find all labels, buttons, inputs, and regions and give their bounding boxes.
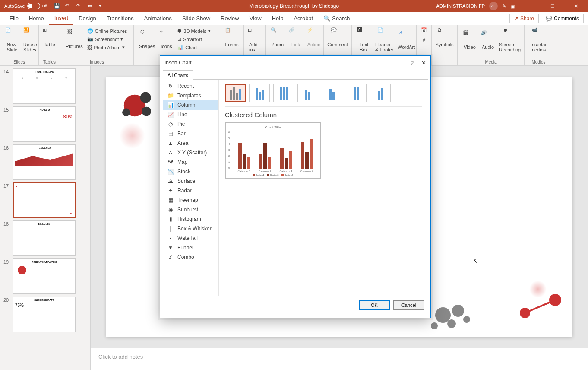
start-icon[interactable]: ▭ bbox=[88, 3, 94, 9]
cat-scatter[interactable]: ∴X Y (Scatter) bbox=[163, 148, 218, 157]
autosave-toggle[interactable]: AutoSave Off bbox=[4, 3, 47, 9]
menu-slideshow[interactable]: Slide Show bbox=[177, 12, 215, 25]
cat-line[interactable]: 📈Line bbox=[163, 110, 218, 119]
slide-thumbnail[interactable]: 19 RESULTS ANALYSIS bbox=[13, 258, 86, 294]
shapes-button[interactable]: ⬡Shapes bbox=[137, 26, 157, 51]
help-button[interactable]: ? bbox=[411, 60, 414, 66]
subtype-clustered[interactable] bbox=[225, 84, 246, 102]
subtype-3d-clustered[interactable] bbox=[297, 84, 318, 102]
slide-thumbnail[interactable]: 17 ●•• bbox=[13, 182, 86, 218]
cat-radar[interactable]: ✦Radar bbox=[163, 186, 218, 195]
share-button[interactable]: ↗ Share bbox=[509, 14, 539, 23]
redo-icon[interactable]: ↷ bbox=[76, 3, 82, 9]
date-time-button[interactable]: 📅 bbox=[420, 26, 428, 37]
zoom-button[interactable]: 🔍Zoom bbox=[269, 26, 286, 48]
menu-help[interactable]: Help bbox=[267, 12, 289, 25]
chart-preview-box[interactable]: Chart Title 6543210 Category 1Category 2… bbox=[225, 122, 321, 179]
menu-design[interactable]: Design bbox=[73, 12, 101, 25]
cat-pie[interactable]: ◔Pie bbox=[163, 119, 218, 129]
close-dialog-button[interactable]: ✕ bbox=[421, 60, 426, 66]
header-footer-button[interactable]: 📄Header & Footer bbox=[373, 26, 395, 53]
cat-surface[interactable]: ⛰Surface bbox=[163, 176, 218, 186]
smartart-button[interactable]: ⊡SmartArt bbox=[176, 35, 212, 43]
slide-thumbnail[interactable]: 18 RESULTS bbox=[13, 220, 86, 256]
minimize-button[interactable]: ─ bbox=[519, 0, 538, 12]
3d-models-button[interactable]: ⬢3D Models ▾ bbox=[176, 27, 212, 35]
slide-thumbnail[interactable]: 20 SUCCESS RATE75% bbox=[13, 297, 86, 332]
cat-combo[interactable]: ⫽Combo bbox=[163, 252, 218, 262]
comments-button[interactable]: 💬 Comments bbox=[541, 14, 584, 23]
menu-transitions[interactable]: Transitions bbox=[101, 12, 139, 25]
menu-review[interactable]: Review bbox=[215, 12, 244, 25]
menu-acrobat[interactable]: Acrobat bbox=[288, 12, 318, 25]
subtype-3d-100stacked[interactable] bbox=[346, 84, 367, 102]
glow-graphic bbox=[529, 281, 547, 298]
subtype-stacked[interactable] bbox=[249, 84, 270, 102]
cat-column[interactable]: 📊Column bbox=[163, 100, 218, 110]
chart-category-list: ↻Recent 📁Templates 📊Column 📈Line ◔Pie ▤B… bbox=[163, 80, 219, 296]
toggle-switch[interactable] bbox=[27, 3, 40, 9]
new-slide-button[interactable]: 📄New Slide bbox=[3, 26, 21, 53]
subtype-3d-stacked[interactable] bbox=[322, 84, 342, 102]
cat-stock[interactable]: 📉Stock bbox=[163, 167, 218, 176]
cat-recent[interactable]: ↻Recent bbox=[163, 81, 218, 91]
cat-boxwhisker[interactable]: ╫Box & Whisker bbox=[163, 224, 218, 233]
comment-button[interactable]: 💬Comment bbox=[327, 26, 348, 48]
cancel-button[interactable]: Cancel bbox=[393, 300, 424, 310]
svg-point-2 bbox=[142, 106, 151, 116]
wordart-button[interactable]: AWordArt bbox=[396, 26, 417, 53]
coming-soon-icon[interactable]: ✎ bbox=[502, 3, 506, 9]
slide-number: 15 bbox=[3, 107, 9, 112]
cat-waterfall[interactable]: ▪Waterfall bbox=[163, 233, 218, 243]
cat-map[interactable]: 🗺Map bbox=[163, 157, 218, 167]
menu-view[interactable]: View bbox=[244, 12, 267, 25]
cat-sunburst[interactable]: ◉Sunburst bbox=[163, 205, 218, 214]
slide-thumbnail[interactable]: 14 TRIAL TIMELINE○○○○ bbox=[13, 68, 86, 104]
screenshot-button[interactable]: 📷Screenshot ▾ bbox=[85, 35, 129, 43]
icons-button[interactable]: ✧Icons bbox=[158, 26, 175, 51]
cat-histogram[interactable]: ▮Histogram bbox=[163, 214, 218, 224]
subtype-3d-column[interactable] bbox=[370, 84, 391, 102]
menu-search[interactable]: 🔍 Search bbox=[318, 12, 355, 25]
pictures-button[interactable]: 🖼Pictures bbox=[64, 26, 85, 51]
undo-icon[interactable]: ↶ bbox=[65, 3, 71, 9]
maximize-button[interactable]: ☐ bbox=[543, 0, 562, 12]
slide-panel[interactable]: 14 TRIAL TIMELINE○○○○ 15 PHASE 280% 16 T… bbox=[0, 66, 91, 370]
video-button[interactable]: 🎬Video bbox=[461, 26, 478, 53]
cat-area[interactable]: ▲Area bbox=[163, 138, 218, 148]
close-button[interactable]: ✕ bbox=[566, 0, 586, 12]
textbox-button[interactable]: 🅰Text Box bbox=[355, 26, 373, 53]
notes-pane[interactable]: Click to add notes bbox=[91, 348, 588, 370]
addins-button[interactable]: ⊞Add-ins bbox=[247, 26, 262, 53]
screen-recording-button[interactable]: ⏺Screen Recording bbox=[497, 26, 522, 53]
menu-insert[interactable]: Insert bbox=[49, 12, 74, 25]
photo-album-button[interactable]: 🖼Photo Album ▾ bbox=[85, 44, 129, 51]
ribbon-display-icon[interactable]: ▣ bbox=[510, 3, 515, 9]
slide-number: 19 bbox=[3, 259, 9, 265]
menu-home[interactable]: Home bbox=[24, 12, 49, 25]
save-icon[interactable]: 💾 bbox=[54, 3, 60, 9]
ok-button[interactable]: OK bbox=[359, 300, 390, 310]
dropdown-icon[interactable]: ▾ bbox=[99, 3, 105, 9]
slide-thumbnail[interactable]: 16 TENDENCY bbox=[13, 144, 86, 180]
subtype-100stacked[interactable] bbox=[273, 84, 294, 102]
cat-treemap[interactable]: ▦Treemap bbox=[163, 195, 218, 205]
symbols-button[interactable]: ΩSymbols bbox=[435, 26, 454, 48]
menu-animations[interactable]: Animations bbox=[139, 12, 177, 25]
all-charts-tab[interactable]: All Charts bbox=[163, 70, 193, 80]
reuse-slides-button[interactable]: 🔁Reuse Slides bbox=[22, 26, 39, 53]
dialog-titlebar[interactable]: Insert Chart ? ✕ bbox=[160, 56, 430, 70]
insertar-medios-button[interactable]: 📹Insertar medios bbox=[528, 26, 549, 53]
online-pictures-button[interactable]: 🌐Online Pictures bbox=[85, 27, 129, 35]
audio-button[interactable]: 🔊Audio bbox=[479, 26, 496, 53]
cat-bar[interactable]: ▤Bar bbox=[163, 129, 218, 138]
table-button[interactable]: ⊞Table bbox=[42, 26, 57, 48]
chart-button[interactable]: 📊Chart bbox=[176, 44, 212, 51]
menu-file[interactable]: File bbox=[4, 12, 24, 25]
slide-thumbnail[interactable]: 15 PHASE 280% bbox=[13, 106, 86, 142]
forms-button[interactable]: 📋Forms bbox=[224, 26, 240, 48]
slide-number-button[interactable]: # bbox=[420, 37, 428, 47]
user-avatar[interactable]: AF bbox=[489, 2, 498, 10]
cat-funnel[interactable]: ▼Funnel bbox=[163, 243, 218, 252]
cat-templates[interactable]: 📁Templates bbox=[163, 91, 218, 100]
